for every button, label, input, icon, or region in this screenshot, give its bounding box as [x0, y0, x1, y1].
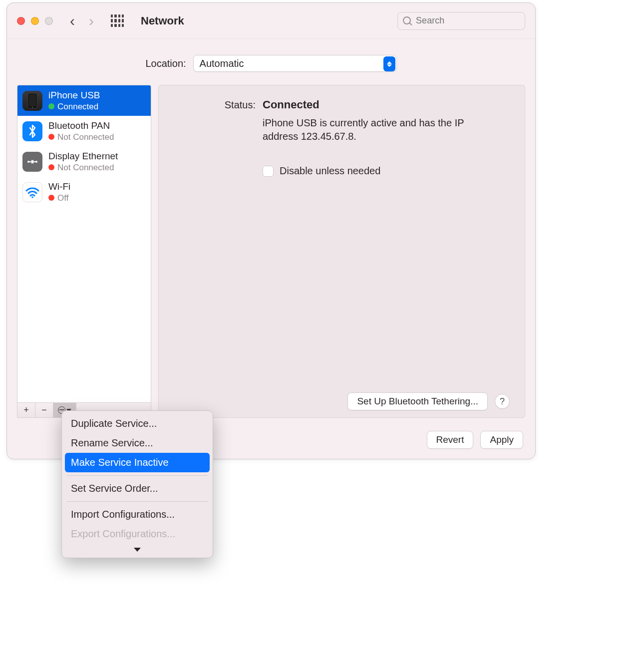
setup-bluetooth-tethering-button[interactable]: Set Up Bluetooth Tethering...	[347, 392, 488, 410]
service-wifi[interactable]: Wi-Fi Off	[17, 177, 151, 207]
service-bluetooth-pan[interactable]: Bluetooth PAN Not Connected	[17, 116, 151, 146]
svg-point-4	[35, 161, 37, 163]
iphone-icon	[22, 91, 42, 111]
back-button[interactable]: ‹	[70, 13, 75, 28]
network-preferences-window: ‹ › Network Location: Automatic	[6, 2, 536, 459]
service-iphone-usb[interactable]: iPhone USB Connected	[17, 85, 151, 116]
bluetooth-icon	[22, 121, 42, 141]
service-name: iPhone USB	[48, 89, 100, 101]
menu-separator	[67, 475, 208, 476]
service-actions-menu: Duplicate Service... Rename Service... M…	[61, 410, 213, 558]
apply-button[interactable]: Apply	[480, 431, 523, 449]
search-input[interactable]	[415, 15, 520, 26]
service-name: Bluetooth PAN	[48, 120, 114, 132]
location-select[interactable]: Automatic	[193, 55, 397, 72]
status-description: iPhone USB is currently active and has t…	[263, 116, 472, 143]
wifi-icon	[22, 182, 42, 202]
remove-service-button[interactable]: −	[35, 403, 53, 417]
status-led-icon	[48, 134, 54, 140]
status-value: Connected	[263, 98, 510, 111]
help-button[interactable]: ?	[495, 394, 510, 409]
service-status: Off	[48, 193, 70, 203]
service-list: iPhone USB Connected Bluetooth PAN	[17, 85, 151, 402]
status-label: Status:	[174, 98, 256, 143]
location-row: Location: Automatic	[7, 39, 535, 85]
disable-unless-needed-label: Disable unless needed	[280, 165, 380, 177]
menu-import-configurations[interactable]: Import Configurations...	[65, 505, 210, 524]
nav-arrows: ‹ ›	[70, 13, 94, 28]
titlebar: ‹ › Network	[7, 3, 535, 39]
menu-make-service-inactive[interactable]: Make Service Inactive	[65, 453, 210, 472]
status-led-icon	[48, 103, 54, 109]
service-name: Wi-Fi	[48, 181, 70, 193]
add-service-button[interactable]: +	[17, 403, 35, 417]
svg-point-2	[32, 106, 33, 107]
search-field[interactable]	[397, 12, 525, 30]
disable-unless-needed-checkbox[interactable]	[263, 166, 274, 177]
menu-export-configurations: Export Configurations...	[65, 524, 210, 544]
revert-button[interactable]: Revert	[427, 431, 474, 449]
detail-pane: Status: Connected iPhone USB is currentl…	[158, 85, 525, 418]
service-status: Not Connected	[48, 162, 118, 173]
minimize-window-button[interactable]	[31, 17, 39, 25]
display-ethernet-icon	[22, 152, 42, 172]
menu-separator	[67, 501, 208, 502]
forward-button[interactable]: ›	[89, 13, 94, 28]
service-display-ethernet[interactable]: Display Ethernet Not Connected	[17, 146, 151, 177]
svg-rect-1	[29, 94, 36, 106]
show-all-icon[interactable]	[111, 14, 124, 27]
menu-duplicate-service[interactable]: Duplicate Service...	[65, 414, 210, 433]
select-stepper-icon	[383, 56, 395, 71]
close-window-button[interactable]	[17, 17, 25, 25]
status-led-icon	[48, 164, 54, 170]
svg-point-5	[31, 196, 33, 198]
search-icon	[403, 16, 411, 25]
menu-set-service-order[interactable]: Set Service Order...	[65, 479, 210, 498]
window-title: Network	[141, 14, 184, 27]
service-status: Connected	[48, 101, 100, 112]
menu-scroll-down-icon[interactable]	[65, 544, 210, 555]
service-status: Not Connected	[48, 132, 114, 142]
window-controls	[17, 17, 53, 25]
location-label: Location:	[145, 58, 186, 69]
zoom-window-button[interactable]	[45, 17, 53, 25]
menu-rename-service[interactable]: Rename Service...	[65, 433, 210, 453]
status-led-icon	[48, 195, 54, 201]
service-name: Display Ethernet	[48, 150, 118, 162]
svg-point-3	[27, 161, 29, 163]
location-value: Automatic	[200, 58, 244, 69]
service-sidebar: iPhone USB Connected Bluetooth PAN	[17, 85, 151, 418]
